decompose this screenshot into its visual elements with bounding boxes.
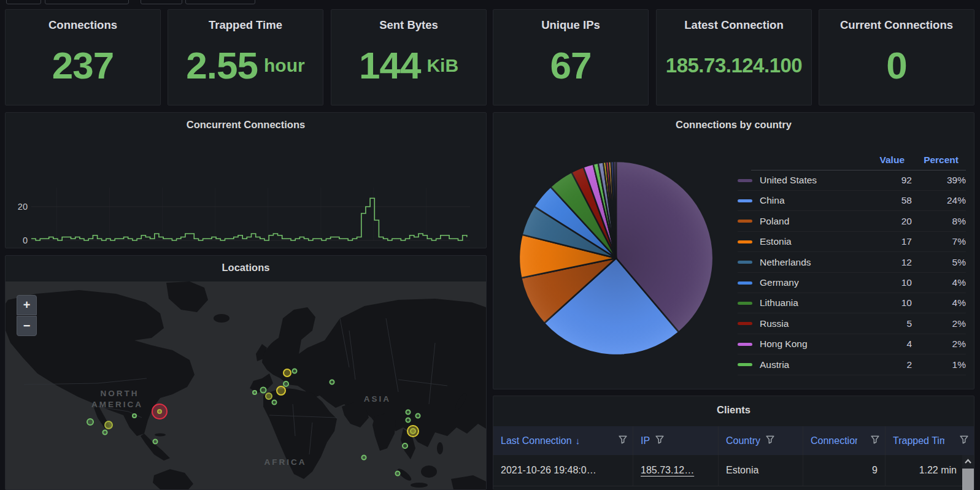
legend-country-label[interactable]: China (760, 195, 874, 206)
variable-dropdown[interactable] (185, 0, 255, 4)
legend-swatch (738, 179, 752, 182)
map-region-label: AMERICA (91, 400, 143, 409)
stat-label: Sent Bytes (331, 10, 486, 32)
stat-value-row: 67 (493, 32, 648, 105)
filter-icon[interactable] (870, 435, 880, 444)
x-axis-tick-label: 09:00 (257, 246, 279, 248)
legend-row-lithuania[interactable]: Lithuania104% (738, 293, 966, 313)
table-row (493, 486, 974, 490)
legend-row-hong-kong[interactable]: Hong Kong42% (738, 334, 966, 354)
legend-row-united-states[interactable]: United States9239% (738, 170, 966, 191)
legend-country-label[interactable]: Hong Kong (760, 339, 874, 350)
map-marker-green (102, 430, 108, 435)
map-marker-green (252, 390, 257, 395)
legend-swatch (738, 322, 752, 325)
legend-country-label[interactable]: Netherlands (760, 257, 874, 268)
legend-row-russia[interactable]: Russia52% (738, 314, 966, 334)
map-marker-olive (410, 428, 416, 434)
filter-icon[interactable] (618, 435, 628, 444)
legend-value: 5 (874, 318, 912, 329)
column-header-connections[interactable]: Connections (803, 426, 885, 455)
legend-row-germany[interactable]: Germany104% (738, 273, 966, 293)
map-region-label: ASIA (364, 394, 391, 404)
map-region-label: AFRICA (264, 457, 307, 467)
legend-country-label[interactable]: Germany (760, 277, 874, 288)
stat-panel-current-connections: Current Connections0 (819, 9, 974, 105)
legend-country-label[interactable]: United States (760, 175, 874, 186)
column-header-country[interactable]: Country (719, 426, 803, 455)
map-marker-olive (157, 409, 162, 414)
map-zoom-out-button[interactable]: − (17, 316, 37, 336)
cell-ip[interactable]: 185.73.12… (633, 455, 719, 486)
x-axis-tick-label: 00:00 (98, 246, 120, 248)
stat-value: 0 (886, 44, 906, 87)
legend-percent: 39% (912, 175, 966, 186)
map-zoom-in-button[interactable]: + (17, 295, 37, 315)
column-header-ip[interactable]: IP (633, 426, 719, 455)
y-axis-tick-label: 0 (23, 235, 28, 245)
column-header-label[interactable]: Last Connection (501, 435, 572, 446)
legend-header-value[interactable]: Value (866, 155, 905, 166)
map-marker-yellow (276, 386, 286, 396)
column-header-label[interactable]: Trapped Time (893, 435, 944, 446)
filter-icon[interactable] (765, 435, 775, 444)
stat-panel-sent-bytes: Sent Bytes144KiB (331, 9, 487, 105)
legend-country-label[interactable]: Russia (760, 318, 874, 329)
stat-panel-trapped-time: Trapped Time2.55hour (168, 9, 323, 105)
panel-title: Concurrent Connections (6, 113, 486, 137)
column-header-trapped-time[interactable]: Trapped Time (885, 426, 974, 455)
map-marker-green (415, 413, 421, 419)
scroll-up-icon[interactable] (962, 456, 974, 468)
stat-value: 237 (52, 44, 114, 87)
column-header-label[interactable]: IP (641, 435, 650, 446)
sort-desc-icon[interactable]: ↓ (576, 435, 581, 446)
variable-control[interactable] (141, 0, 182, 4)
legend-country-label[interactable]: Poland (760, 216, 874, 227)
legend-value: 92 (874, 175, 912, 186)
column-header-label[interactable]: Connections (811, 435, 857, 446)
filter-icon[interactable] (655, 435, 665, 444)
stat-value-row: 237 (6, 32, 160, 105)
legend-percent: 7% (912, 236, 966, 247)
variable-control[interactable] (6, 0, 41, 4)
legend-swatch (738, 240, 752, 243)
x-axis-tick-label: 03:00 (152, 246, 174, 248)
stat-label: Current Connections (819, 10, 974, 32)
panel-title: Connections by country (493, 113, 974, 137)
variable-dropdown[interactable] (45, 0, 129, 4)
stat-value-row: 0 (819, 32, 974, 105)
legend-country-label[interactable]: Austria (760, 359, 874, 370)
map-marker-olive (104, 421, 113, 429)
legend-swatch (738, 199, 752, 202)
legend-row-netherlands[interactable]: Netherlands125% (738, 253, 966, 273)
map-marker-green (395, 471, 401, 477)
time-series-chart: 21:0000:0003:0006:0009:0012:0015:0018:00… (6, 137, 486, 248)
legend-row-austria[interactable]: Austria21% (738, 355, 966, 375)
world-map[interactable]: + − NORTHAMERICAASIAAFRICA (6, 281, 486, 489)
column-header-label[interactable]: Country (726, 435, 760, 446)
legend-row-estonia[interactable]: Estonia177% (738, 232, 966, 252)
map-marker-yellow (283, 369, 291, 377)
legend-percent: 4% (912, 297, 966, 308)
table-row: 2021-10-26 19:48:0…185.73.12…Estonia91.2… (493, 455, 974, 486)
cell-country: Estonia (719, 455, 803, 486)
map-marker-green (272, 400, 277, 405)
ip-link[interactable]: 185.73.12… (641, 465, 694, 476)
legend-row-china[interactable]: China5824% (738, 191, 966, 211)
scrollbar-thumb[interactable] (962, 469, 974, 490)
pie-chart (493, 137, 751, 383)
legend-percent: 1% (912, 359, 966, 370)
legend-swatch (738, 281, 752, 285)
filter-icon[interactable] (959, 435, 969, 444)
stat-value: 185.73.124.100 (666, 54, 802, 77)
column-header-last-connection[interactable]: Last Connection↓ (493, 426, 633, 455)
legend-header-percent[interactable]: Percent (909, 155, 959, 166)
legend-percent: 5% (912, 257, 966, 268)
clients-table-header: Last Connection↓IPCountryConnectionsTrap… (493, 426, 974, 455)
legend-country-label[interactable]: Estonia (760, 236, 874, 247)
table-scrollbar[interactable] (962, 455, 974, 490)
legend-swatch (738, 302, 752, 305)
legend-row-poland[interactable]: Poland208% (738, 212, 966, 232)
stat-panel-latest-connection: Latest Connection185.73.124.100 (656, 9, 812, 105)
legend-country-label[interactable]: Lithuania (760, 297, 874, 308)
